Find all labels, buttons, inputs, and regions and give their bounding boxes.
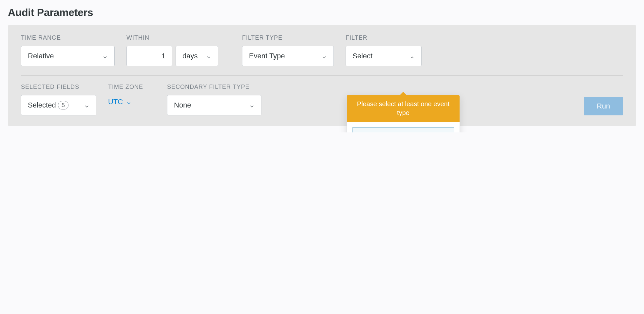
chevron-up-icon bbox=[409, 53, 415, 59]
popover-arrow bbox=[399, 92, 407, 96]
time-zone-label: TIME ZONE bbox=[108, 84, 143, 90]
within-group: WITHIN 1 days bbox=[126, 34, 218, 66]
page-title: Audit Parameters bbox=[8, 7, 636, 19]
run-button[interactable]: Run bbox=[584, 97, 623, 115]
filter-type-group: FILTER TYPE Event Type bbox=[242, 34, 334, 66]
filter-popover: Please select at least one event type Ve… bbox=[347, 95, 460, 132]
filter-type-value: Event Type bbox=[249, 52, 285, 60]
chevron-down-icon bbox=[84, 103, 89, 108]
filter-type-select[interactable]: Event Type bbox=[242, 46, 334, 66]
selected-fields-count-badge: 5 bbox=[58, 101, 68, 109]
selected-fields-label: SELECTED FIELDS bbox=[21, 84, 96, 90]
within-number-input[interactable]: 1 bbox=[126, 46, 172, 66]
time-zone-value: UTC bbox=[108, 98, 123, 106]
secondary-filter-type-label: SECONDARY FILTER TYPE bbox=[167, 84, 261, 90]
filter-group: FILTER Select bbox=[346, 34, 422, 66]
filter-value: Select bbox=[352, 52, 372, 60]
chevron-down-icon bbox=[322, 53, 327, 59]
popover-search-box[interactable] bbox=[352, 127, 454, 132]
time-range-group: TIME RANGE Relative bbox=[21, 34, 115, 66]
selected-fields-select[interactable]: Selected 5 bbox=[21, 95, 96, 115]
parameters-row-1: TIME RANGE Relative WITHIN 1 days bbox=[21, 34, 623, 66]
vertical-separator bbox=[230, 36, 230, 66]
time-range-label: TIME RANGE bbox=[21, 34, 115, 41]
row-divider bbox=[21, 75, 623, 76]
vertical-separator bbox=[155, 86, 155, 115]
search-icon bbox=[356, 132, 364, 132]
popover-warning-banner: Please select at least one event type bbox=[347, 95, 460, 122]
selected-fields-group: SELECTED FIELDS Selected 5 bbox=[21, 84, 96, 115]
parameters-row-2: SELECTED FIELDS Selected 5 TIME ZONE UTC bbox=[21, 84, 623, 115]
selected-fields-text: Selected bbox=[28, 101, 56, 109]
chevron-down-icon bbox=[103, 53, 108, 59]
chevron-down-icon bbox=[249, 103, 255, 108]
chevron-down-icon bbox=[206, 53, 211, 59]
popover-search-input[interactable] bbox=[364, 132, 453, 133]
time-range-value: Relative bbox=[28, 52, 54, 60]
filter-type-label: FILTER TYPE bbox=[242, 34, 334, 41]
audit-parameters-panel: TIME RANGE Relative WITHIN 1 days bbox=[8, 25, 636, 126]
filter-select[interactable]: Select bbox=[346, 46, 422, 66]
secondary-filter-type-value: None bbox=[174, 101, 191, 109]
within-number-value: 1 bbox=[161, 52, 165, 60]
chevron-down-icon bbox=[126, 99, 131, 105]
secondary-filter-type-select[interactable]: None bbox=[167, 95, 261, 115]
secondary-filter-type-group: SECONDARY FILTER TYPE None bbox=[167, 84, 261, 115]
within-label: WITHIN bbox=[126, 34, 218, 41]
within-unit-value: days bbox=[182, 52, 198, 60]
time-range-select[interactable]: Relative bbox=[21, 46, 115, 66]
filter-label: FILTER bbox=[346, 34, 422, 41]
time-zone-select[interactable]: UTC bbox=[108, 95, 143, 106]
time-zone-group: TIME ZONE UTC bbox=[108, 84, 143, 106]
run-button-wrap: Run bbox=[584, 97, 623, 115]
within-unit-select[interactable]: days bbox=[176, 46, 218, 66]
